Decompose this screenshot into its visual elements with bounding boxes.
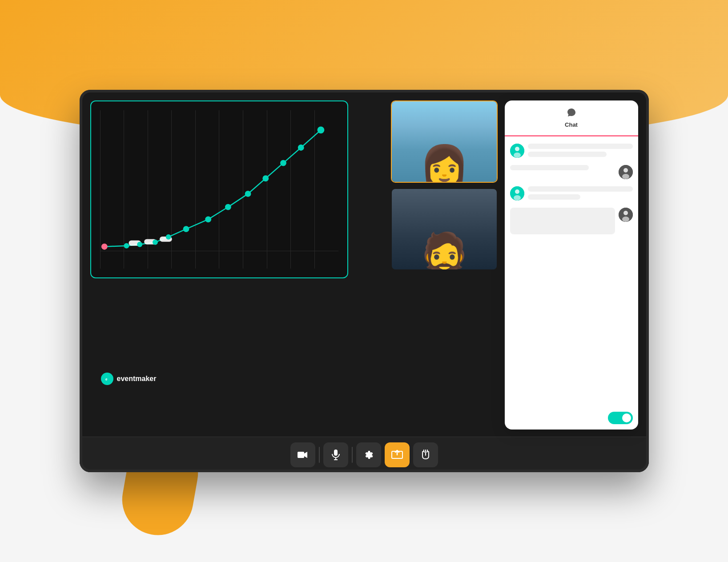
svg-point-12 (245, 191, 250, 197)
chat-messages (505, 136, 638, 406)
chart-svg (91, 101, 347, 277)
message-row (510, 208, 633, 234)
avatar-teal-1 (510, 144, 524, 158)
message-block (510, 208, 615, 234)
chat-bubble-icon (567, 108, 576, 120)
chart-container (90, 100, 348, 278)
avatar-teal-2 (510, 186, 524, 201)
svg-point-26 (515, 189, 519, 194)
svg-rect-32 (334, 450, 338, 456)
brand-logo: e (101, 373, 113, 385)
svg-text:e: e (105, 377, 108, 381)
svg-point-15 (298, 145, 303, 150)
settings-button[interactable] (356, 442, 381, 467)
svg-point-24 (622, 174, 629, 179)
message-bubbles-2 (510, 165, 615, 170)
message-line (528, 144, 633, 149)
chat-panel: Chat (505, 100, 638, 430)
svg-point-13 (263, 176, 268, 181)
svg-point-29 (623, 211, 628, 215)
person-woman-figure: 👩 (419, 146, 469, 183)
message-row (510, 144, 633, 158)
svg-point-11 (225, 205, 230, 210)
svg-point-4 (101, 244, 107, 249)
svg-point-16 (318, 127, 324, 133)
video-man-background: 🧔 (392, 189, 497, 269)
message-row (510, 186, 633, 201)
svg-point-6 (137, 242, 142, 247)
message-line (528, 194, 580, 200)
message-line (528, 152, 607, 157)
svg-point-5 (124, 244, 129, 248)
main-screen: e eventmaker 👩 🧔 (80, 90, 649, 472)
branding: e eventmaker (101, 373, 157, 385)
share-screen-button[interactable] (385, 442, 410, 467)
message-line (510, 165, 589, 170)
svg-point-7 (153, 240, 157, 245)
toolbar-separator (352, 447, 353, 463)
toolbar-separator (319, 447, 320, 463)
chat-header: Chat (505, 100, 638, 136)
svg-point-14 (281, 161, 286, 166)
chat-input-area (505, 406, 638, 430)
brand-name: eventmaker (117, 375, 157, 383)
message-bubbles-1 (528, 144, 633, 157)
svg-point-20 (515, 147, 519, 151)
video-feeds-panel: 👩 🧔 (391, 100, 498, 430)
toolbar (80, 437, 649, 472)
raise-hand-button[interactable] (413, 442, 438, 467)
svg-rect-31 (298, 452, 304, 458)
screen-content: e eventmaker 👩 🧔 (80, 90, 649, 437)
svg-point-23 (623, 168, 628, 173)
svg-point-8 (166, 235, 170, 239)
message-bubbles-3 (528, 186, 633, 200)
video-woman-background: 👩 (392, 101, 497, 182)
svg-point-21 (514, 153, 521, 158)
svg-point-10 (205, 217, 211, 222)
video-feed-woman: 👩 (391, 100, 498, 183)
chat-toggle[interactable] (608, 412, 633, 424)
svg-point-9 (183, 226, 189, 232)
svg-point-30 (622, 217, 629, 222)
person-man-figure: 🧔 (419, 234, 469, 270)
message-row (510, 165, 633, 179)
message-bubbles-4 (510, 208, 615, 234)
left-panel: e eventmaker (90, 100, 384, 430)
video-feed-man: 🧔 (391, 188, 498, 270)
microphone-button[interactable] (323, 442, 348, 467)
svg-point-27 (514, 195, 521, 201)
chat-title: Chat (565, 121, 578, 128)
avatar-dark-1 (619, 165, 633, 179)
avatar-dark-2 (619, 208, 633, 222)
message-line (528, 186, 633, 192)
video-button[interactable] (290, 442, 315, 467)
